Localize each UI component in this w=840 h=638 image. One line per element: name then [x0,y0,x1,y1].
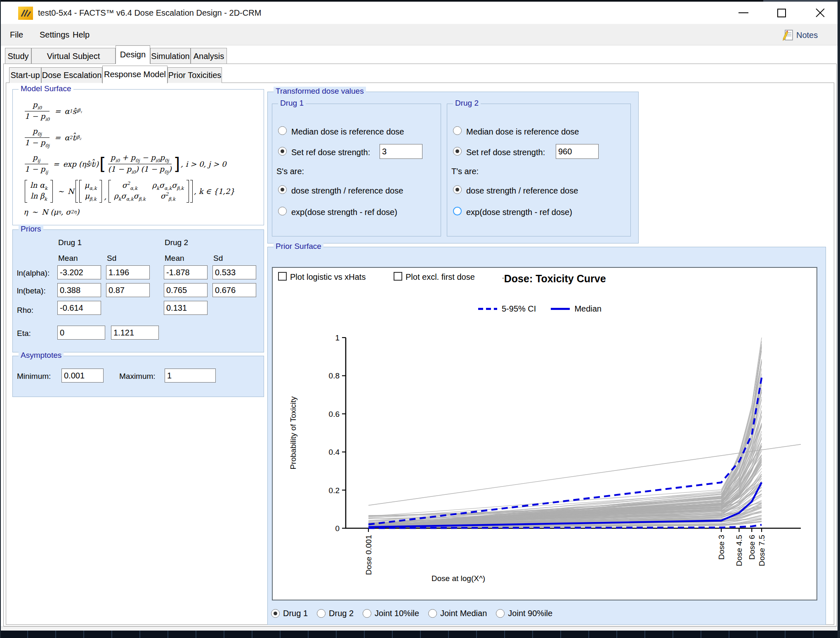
window-left-edge [0,0,1,638]
ln-alpha-d2-sd-input[interactable] [212,265,256,279]
facts-app-icon [18,7,33,20]
tab-analysis[interactable]: Analysis [191,48,227,64]
svg-text:Dose 6: Dose 6 [748,535,756,560]
d2-setref-radio[interactable] [453,147,462,156]
plot-logistic-checkbox[interactable] [278,272,287,281]
tab-design[interactable]: Design [116,45,150,64]
view-joint90-option[interactable]: Joint 90%ile [496,609,552,618]
priors-title: Priors [19,224,43,234]
ln-alpha-label: ln(alpha): [17,269,50,278]
view-drug2-label: Drug 2 [329,609,354,618]
eta-mean-input[interactable] [57,326,105,340]
ln-beta-d1-mean-input[interactable] [57,283,101,297]
rho-d1-input[interactable] [57,301,101,315]
tab-start-up[interactable]: Start-up [9,67,41,83]
minimize-button[interactable] [732,2,755,24]
d1-ref-dose-input[interactable] [380,144,422,159]
maximum-input[interactable] [165,369,216,383]
priors-d2-sd-header: Sd [213,254,223,263]
menu-help[interactable]: Help [68,24,94,45]
ln-beta-d2-mean-input[interactable] [164,283,208,297]
svg-text:Dose at log(X^): Dose at log(X^) [432,574,485,583]
priors-drug2-header: Drug 2 [165,238,188,247]
svg-text:Dose 0.001: Dose 0.001 [364,535,373,575]
tab-study[interactable]: Study [5,48,31,64]
ln-alpha-d1-sd-input[interactable] [106,265,150,279]
view-jointmedian-radio[interactable] [428,609,437,618]
d2-scale-label: T's are: [451,167,479,176]
priors-drug1-header: Drug 1 [58,238,82,247]
view-joint10-option[interactable]: Joint 10%ile [363,609,419,618]
priors-d1-mean-header: Mean [58,254,78,263]
view-joint90-radio[interactable] [496,609,505,618]
close-button[interactable] [809,2,832,24]
eta-sd-input[interactable] [111,326,159,340]
tab-response-model[interactable]: Response Model [102,66,168,83]
priors-group: Priors Drug 1 Drug 2 Mean Sd Mean Sd ln(… [12,229,264,352]
tab-virtual-subject-response[interactable]: Virtual Subject Response [31,48,116,64]
maximize-icon [777,9,786,17]
d1-ratio-label: dose strength / reference dose [291,186,403,196]
transformed-dose-values-group: Transformed dose values Drug 1 Median do… [267,92,639,243]
ln-alpha-d2-mean-input[interactable] [164,265,208,279]
priors-d1-sd-header: Sd [107,254,116,263]
rho-d2-input[interactable] [164,301,208,315]
model-surface-group: Model Surface pi01 − pi0=α1ŝiβ1 p0j1 − p… [12,89,264,225]
minimum-input[interactable] [61,369,104,383]
view-drug2-radio[interactable] [317,609,326,618]
window-title: test0-5x4 - FACTS™ v6.4 Dose Escalation … [38,2,261,24]
svg-text:Dose 4.5: Dose 4.5 [735,535,743,566]
plot-excl-first-dose-label: Plot excl. first dose [406,272,475,282]
prior-surface-group: Prior Surface Plot logistic vs xHats Plo… [267,247,826,625]
minimize-icon [739,12,748,13]
view-joint10-radio[interactable] [363,609,371,618]
view-joint90-label: Joint 90%ile [508,609,552,618]
notes-button[interactable]: Notes [782,27,818,43]
d1-exp-radio[interactable] [278,207,287,215]
tab-dose-escalation[interactable]: Dose Escalation [41,67,102,83]
view-jointmedian-option[interactable]: Joint Median [428,609,487,618]
d2-ratio-radio[interactable] [453,185,462,194]
asymptotes-title: Asymptotes [19,351,64,360]
transformed-drug2-group: Drug 2 Median dose is reference dose Set… [447,104,631,236]
d2-median-ref-radio[interactable] [453,126,462,135]
ln-beta-d2-sd-input[interactable] [212,283,256,297]
chart-title-text: Dose: Toxicity Curve [504,273,606,284]
transformed-drug1-group: Drug 1 Median dose is reference dose Set… [272,104,441,236]
d1-ratio-radio[interactable] [278,185,287,194]
plot-excl-first-dose-checkbox[interactable] [394,272,402,281]
svg-text:Dose 3: Dose 3 [717,535,726,560]
ln-beta-label: ln(beta): [17,286,46,295]
view-drug1-option[interactable]: Drug 1 [271,609,308,618]
d2-exp-radio[interactable] [453,207,462,215]
ln-beta-d1-sd-input[interactable] [106,283,150,297]
d1-median-ref-radio[interactable] [278,126,287,135]
d2-ratio-label: dose strength / reference dose [466,186,578,196]
formula-joint-odds: pij1 − pij=exp (ηŝit̂j) [pi0 + p0j − pi0… [24,153,255,175]
tab-simulation[interactable]: Simulation [150,48,191,64]
view-drug1-radio[interactable] [271,609,280,618]
d2-ref-dose-input[interactable] [556,144,599,159]
tab-prior-toxicities[interactable]: Prior Toxicities [168,67,222,83]
minimum-label: Minimum: [17,372,51,381]
maximize-button[interactable] [770,2,793,24]
plot-logistic-label: Plot logistic vs xHats [290,272,366,282]
toxicity-curve-chart: 00.20.40.60.81Dose 0.001Dose 3Dose 4.5Do… [273,290,818,600]
ln-alpha-d1-mean-input[interactable] [57,265,101,279]
formula-drug2-odds: p0j1 − p0j=α2t̂jβ2 [24,127,255,148]
curve-view-selector: Drug 1 Drug 2 Joint 10%ile Joint Median … [271,609,562,618]
title-bar[interactable]: test0-5x4 - FACTS™ v6.4 Dose Escalation … [0,2,840,24]
d1-setref-radio[interactable] [278,147,287,156]
taskbar-strip [0,631,840,638]
view-drug1-label: Drug 1 [283,609,308,618]
d2-exp-label: exp(dose strength - ref dose) [466,208,572,217]
svg-text:0.6: 0.6 [329,410,340,418]
view-drug2-option[interactable]: Drug 2 [317,609,354,618]
chart-panel: Plot logistic vs xHats Plot excl. first … [272,267,817,600]
formula-eta-normal: η~N (μη, σ2η) [24,208,255,216]
svg-text:1: 1 [335,333,340,342]
view-joint10-label: Joint 10%ile [375,609,419,618]
menu-file[interactable]: File [5,24,28,45]
formula-prior-normal: ln αkln βk~Nμα,kμβ,k,σ2α,kρkσα,kσβ,kρkσα… [24,180,255,203]
priors-d2-mean-header: Mean [165,254,184,263]
